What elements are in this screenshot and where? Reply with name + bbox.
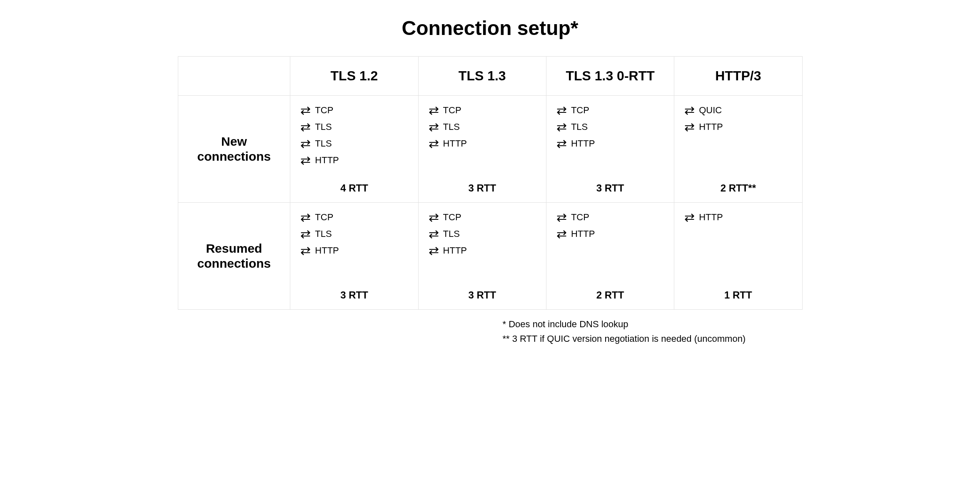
protocol-label: HTTP: [443, 245, 467, 256]
protocol-label: TCP: [315, 212, 333, 223]
bidirectional-arrows-icon: ⇄: [300, 228, 311, 240]
protocol-label: HTTP: [699, 122, 723, 132]
bidirectional-arrows-icon: ⇄: [556, 211, 567, 224]
bidirectional-arrows-icon: ⇄: [556, 137, 567, 150]
protocol-label: TCP: [315, 105, 333, 116]
protocol-label: HTTP: [571, 138, 595, 149]
rtt-value: 1 RTT: [684, 289, 792, 301]
cell-resumed-http3: ⇄HTTP 1 RTT: [674, 203, 802, 310]
bidirectional-arrows-icon: ⇄: [300, 104, 311, 117]
handshake-step: ⇄TLS: [429, 121, 536, 133]
header-http3: HTTP/3: [674, 57, 802, 96]
steps-list: ⇄TCP⇄HTTP: [556, 211, 664, 278]
cell-new-tls12: ⇄TCP⇄TLS⇄TLS⇄HTTP 4 RTT: [290, 96, 418, 203]
handshake-step: ⇄TLS: [300, 121, 408, 133]
handshake-step: ⇄HTTP: [300, 244, 408, 257]
handshake-step: ⇄HTTP: [556, 228, 664, 240]
bidirectional-arrows-icon: ⇄: [556, 121, 567, 133]
bidirectional-arrows-icon: ⇄: [429, 121, 439, 133]
protocol-label: TCP: [571, 105, 589, 116]
steps-list: ⇄QUIC⇄HTTP: [684, 104, 792, 171]
cell-resumed-tls12: ⇄TCP⇄TLS⇄HTTP 3 RTT: [290, 203, 418, 310]
cell-new-http3: ⇄QUIC⇄HTTP 2 RTT**: [674, 96, 802, 203]
cell-resumed-tls13: ⇄TCP⇄TLS⇄HTTP 3 RTT: [418, 203, 546, 310]
protocol-label: QUIC: [699, 105, 722, 116]
protocol-label: TLS: [315, 122, 332, 132]
bidirectional-arrows-icon: ⇄: [300, 244, 311, 257]
steps-list: ⇄TCP⇄TLS⇄HTTP: [556, 104, 664, 171]
handshake-step: ⇄TLS: [300, 137, 408, 150]
handshake-step: ⇄HTTP: [556, 137, 664, 150]
bidirectional-arrows-icon: ⇄: [300, 154, 311, 167]
handshake-step: ⇄HTTP: [684, 121, 792, 133]
footnote-2: ** 3 RTT if QUIC version negotiation is …: [503, 332, 803, 346]
handshake-step: ⇄TCP: [300, 211, 408, 224]
handshake-step: ⇄QUIC: [684, 104, 792, 117]
protocol-label: TLS: [571, 122, 588, 132]
protocol-label: HTTP: [315, 245, 339, 256]
header-empty: [178, 57, 290, 96]
steps-list: ⇄TCP⇄TLS⇄HTTP: [300, 211, 408, 278]
protocol-label: HTTP: [571, 229, 595, 239]
protocol-label: TLS: [315, 138, 332, 149]
handshake-step: ⇄TCP: [429, 211, 536, 224]
protocol-label: HTTP: [315, 155, 339, 166]
bidirectional-arrows-icon: ⇄: [556, 228, 567, 240]
bidirectional-arrows-icon: ⇄: [429, 104, 439, 117]
comparison-table: TLS 1.2 TLS 1.3 TLS 1.3 0-RTT HTTP/3 New…: [178, 56, 803, 310]
bidirectional-arrows-icon: ⇄: [684, 211, 695, 224]
rtt-value: 3 RTT: [556, 182, 664, 194]
bidirectional-arrows-icon: ⇄: [300, 137, 311, 150]
diagram-title: Connection setup*: [178, 17, 803, 40]
header-tls13: TLS 1.3: [418, 57, 546, 96]
steps-list: ⇄TCP⇄TLS⇄TLS⇄HTTP: [300, 104, 408, 171]
rtt-value: 3 RTT: [300, 289, 408, 301]
protocol-label: HTTP: [443, 138, 467, 149]
footnote-1: * Does not include DNS lookup: [503, 317, 803, 331]
row-resumed-connections: Resumed connections ⇄TCP⇄TLS⇄HTTP 3 RTT …: [178, 203, 802, 310]
handshake-step: ⇄TLS: [429, 228, 536, 240]
protocol-label: TCP: [443, 105, 461, 116]
handshake-step: ⇄TLS: [300, 228, 408, 240]
cell-resumed-tls13-0rtt: ⇄TCP⇄HTTP 2 RTT: [546, 203, 674, 310]
bidirectional-arrows-icon: ⇄: [684, 104, 695, 117]
header-tls12: TLS 1.2: [290, 57, 418, 96]
header-tls13-0rtt: TLS 1.3 0-RTT: [546, 57, 674, 96]
bidirectional-arrows-icon: ⇄: [429, 244, 439, 257]
handshake-step: ⇄TCP: [556, 211, 664, 224]
protocol-label: TCP: [443, 212, 461, 223]
bidirectional-arrows-icon: ⇄: [556, 104, 567, 117]
rtt-value: 4 RTT: [300, 182, 408, 194]
rtt-value: 3 RTT: [429, 182, 536, 194]
cell-new-tls13: ⇄TCP⇄TLS⇄HTTP 3 RTT: [418, 96, 546, 203]
rtt-value: 2 RTT: [556, 289, 664, 301]
handshake-step: ⇄TCP: [300, 104, 408, 117]
protocol-label: TCP: [571, 212, 589, 223]
handshake-step: ⇄HTTP: [684, 211, 792, 224]
bidirectional-arrows-icon: ⇄: [429, 228, 439, 240]
footnotes: * Does not include DNS lookup ** 3 RTT i…: [178, 317, 803, 346]
steps-list: ⇄TCP⇄TLS⇄HTTP: [429, 104, 536, 171]
steps-list: ⇄TCP⇄TLS⇄HTTP: [429, 211, 536, 278]
rtt-value: 3 RTT: [429, 289, 536, 301]
header-row: TLS 1.2 TLS 1.3 TLS 1.3 0-RTT HTTP/3: [178, 57, 802, 96]
handshake-step: ⇄TCP: [429, 104, 536, 117]
bidirectional-arrows-icon: ⇄: [300, 121, 311, 133]
bidirectional-arrows-icon: ⇄: [429, 137, 439, 150]
bidirectional-arrows-icon: ⇄: [429, 211, 439, 224]
row-new-connections: New connections ⇄TCP⇄TLS⇄TLS⇄HTTP 4 RTT …: [178, 96, 802, 203]
bidirectional-arrows-icon: ⇄: [300, 211, 311, 224]
protocol-label: TLS: [315, 229, 332, 239]
cell-new-tls13-0rtt: ⇄TCP⇄TLS⇄HTTP 3 RTT: [546, 96, 674, 203]
row-label-resumed: Resumed connections: [178, 203, 290, 310]
protocol-label: HTTP: [699, 212, 723, 223]
handshake-step: ⇄TCP: [556, 104, 664, 117]
handshake-step: ⇄HTTP: [429, 137, 536, 150]
protocol-label: TLS: [443, 122, 460, 132]
handshake-step: ⇄TLS: [556, 121, 664, 133]
protocol-label: TLS: [443, 229, 460, 239]
diagram-container: Connection setup* TLS 1.2 TLS 1.3 TLS 1.…: [178, 17, 803, 346]
row-label-new: New connections: [178, 96, 290, 203]
handshake-step: ⇄HTTP: [300, 154, 408, 167]
rtt-value: 2 RTT**: [684, 182, 792, 194]
